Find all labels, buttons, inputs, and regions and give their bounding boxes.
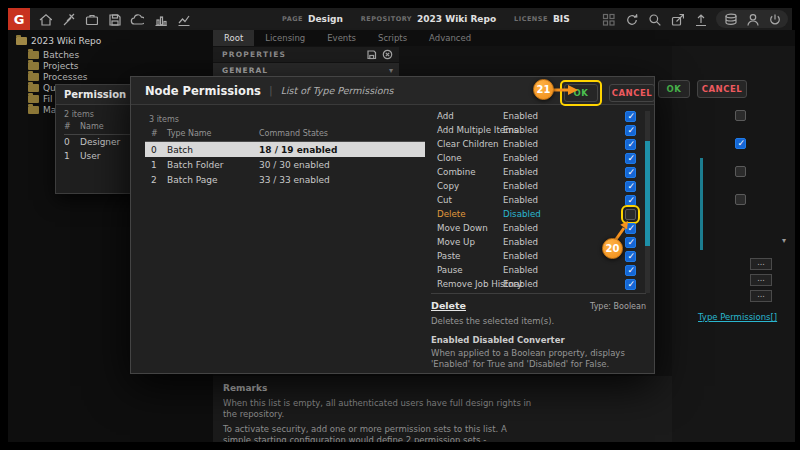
app-logo[interactable]: G [8,8,30,30]
command-name: Add [431,111,503,121]
command-row-combine[interactable]: CombineEnabled [431,165,641,179]
user-icon[interactable] [745,12,759,26]
command-checkbox[interactable] [625,139,636,150]
tree-item-projects[interactable]: Projects [28,61,78,71]
command-checkbox[interactable] [625,181,636,192]
type-row-batch-page[interactable]: 2 Batch Page 33 / 33 enabled [145,172,425,187]
command-checkbox[interactable] [625,279,636,290]
command-state: Enabled [503,139,625,149]
command-checkbox[interactable] [625,237,636,248]
share-icon[interactable] [670,12,684,26]
command-checkbox[interactable] [625,251,636,262]
ellipsis-button[interactable]: ... [750,290,772,302]
window-ok-button[interactable]: OK [658,80,690,98]
home-icon[interactable] [38,12,52,26]
cloud-icon[interactable] [130,12,144,26]
command-state: Enabled [503,223,625,233]
type-row-batch[interactable]: 0 Batch 18 / 19 enabled [145,142,425,157]
type-num: 0 [145,145,167,155]
tree-item-processes[interactable]: Processes [28,72,87,82]
type-permissions-link[interactable]: Type Permissions[] [698,312,777,322]
remarks-paragraph-1: When this list is empty, all authenticat… [223,398,533,419]
command-checkbox[interactable] [625,125,636,136]
close-properties-icon[interactable] [382,49,393,60]
command-row-add[interactable]: AddEnabled [431,109,641,123]
type-list-panel: 3 items # Type Name Command States 0 Bat… [145,107,425,187]
type-states: 30 / 30 enabled [259,160,425,170]
command-checkbox[interactable] [625,167,636,178]
property-checkbox[interactable] [735,110,746,121]
tab-advanced[interactable]: Advanced [418,30,482,46]
command-list-scrollbar[interactable] [645,111,650,293]
delete-command-checkbox[interactable] [625,209,636,220]
type-row-batch-folder[interactable]: 1 Batch Folder 30 / 30 enabled [145,157,425,172]
command-name: Paste [431,251,503,261]
command-row-copy[interactable]: CopyEnabled [431,179,641,193]
command-checkbox[interactable] [625,111,636,122]
ellipsis-button[interactable]: ... [750,274,772,286]
save-icon[interactable] [107,12,121,26]
command-row-move-down[interactable]: Move DownEnabled [431,221,641,235]
command-row-add-multiple-items[interactable]: Add Multiple ItemsEnabled [431,123,641,137]
type-name: Batch Page [167,175,259,185]
folder-icon [28,51,39,59]
type-list-header: # Type Name Command States [145,129,425,142]
command-checkbox[interactable] [625,195,636,206]
scrollbar-thumb[interactable] [645,141,650,246]
tab-licensing[interactable]: Licensing [254,30,316,46]
property-checkbox[interactable] [735,166,746,177]
save-properties-icon[interactable] [366,49,377,60]
layers-icon[interactable] [723,12,737,26]
ok-highlight-box: OK [560,80,602,106]
tree-item-queues[interactable]: Qu [28,83,56,93]
ellipsis-button[interactable]: ... [750,258,772,270]
dialog-action-buttons: OK CANCEL [560,80,655,106]
briefcase-icon[interactable] [84,12,98,26]
window-cancel-button[interactable]: CANCEL [697,80,747,98]
power-icon[interactable] [767,12,781,26]
line-chart-icon[interactable] [176,12,190,26]
command-state: Enabled [503,195,625,205]
upload-icon[interactable] [693,12,707,26]
command-row-cut[interactable]: CutEnabled [431,193,641,207]
title-separator: | [269,84,273,97]
bar-chart-icon[interactable] [153,12,167,26]
tree-item-files[interactable]: Fil [28,94,53,104]
tree-item-label: Processes [43,72,87,82]
refresh-icon[interactable] [624,12,638,26]
command-state: Enabled [503,111,625,121]
page-value[interactable]: Design [308,14,343,24]
command-name: Copy [431,181,503,191]
property-checkbox[interactable] [735,138,746,149]
dropdown-chevron-icon[interactable]: ▾ [782,236,786,245]
command-row-remove-job-history[interactable]: Remove Job HistoryEnabled [431,277,641,291]
command-row-pause[interactable]: PauseEnabled [431,263,641,277]
general-section-header[interactable]: GENERAL ▾ [213,63,399,77]
tab-events[interactable]: Events [316,30,367,46]
command-row-clone[interactable]: CloneEnabled [431,151,641,165]
tab-scripts[interactable]: Scripts [367,30,418,46]
tree-root-2023-wiki-repo[interactable]: 2023 Wiki Repo [16,36,101,46]
tools-icon[interactable] [61,12,75,26]
command-checkbox[interactable] [625,223,636,234]
property-checkbox[interactable] [735,194,746,205]
dialog-cancel-button[interactable]: CANCEL [609,84,655,102]
search-icon[interactable] [647,12,661,26]
repository-field: REPOSITORY 2023 Wiki Repo [361,14,496,24]
command-checkbox[interactable] [625,265,636,276]
license-value[interactable]: BIS [553,14,570,24]
command-row-delete[interactable]: DeleteDisabled [431,207,641,221]
tab-root[interactable]: Root [213,30,254,46]
type-num: 1 [145,160,167,170]
right-panel-scrollbar[interactable] [700,158,703,250]
chevron-down-icon[interactable]: ▾ [389,66,399,75]
dialog-ok-button[interactable]: OK [564,84,598,102]
page-label: PAGE [282,15,303,23]
tree-item-batches[interactable]: Batches [28,50,79,60]
tree-item-ma[interactable]: Ma [28,105,56,115]
command-checkbox[interactable] [625,153,636,164]
repository-value[interactable]: 2023 Wiki Repo [417,14,496,24]
apps-grid-icon[interactable] [601,12,615,26]
command-row-clear-children[interactable]: Clear ChildrenEnabled [431,137,641,151]
node-permissions-title-bar: Node Permissions | List of Type Permissi… [131,77,654,105]
